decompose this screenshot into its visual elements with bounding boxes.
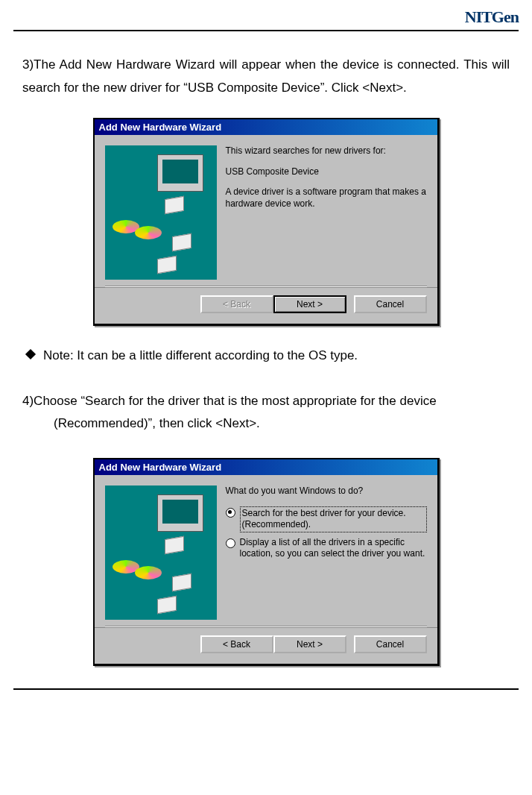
- step4-text: 4)Choose “Search for the driver that is …: [22, 390, 510, 436]
- wizard2-back-button[interactable]: < Back: [200, 635, 273, 653]
- wizard2-window: Add New Hardware Wizard What do you want…: [93, 458, 440, 666]
- wizard1-window: Add New Hardware Wizard This wizard sear…: [93, 118, 440, 326]
- wizard2-option1-label: Search for the best driver for your devi…: [240, 506, 427, 532]
- wizard1-line1: This wizard searches for new drivers for…: [226, 145, 427, 157]
- bullet-icon: [25, 349, 36, 359]
- wizard1-content: This wizard searches for new drivers for…: [226, 145, 427, 280]
- footer-rule: [13, 688, 519, 697]
- wizard1-graphic: [105, 145, 217, 280]
- logo: NITGen: [465, 7, 519, 27]
- note: Note: It can be a little different accor…: [27, 345, 510, 368]
- wizard2-question: What do you want Windows to do?: [226, 486, 427, 497]
- radio-checked-icon: [226, 508, 235, 518]
- wizard2-next-button[interactable]: Next >: [273, 635, 346, 653]
- wizard1-next-button[interactable]: Next >: [273, 295, 346, 313]
- wizard1-back-button[interactable]: < Back: [200, 295, 273, 313]
- wizard2-cancel-button[interactable]: Cancel: [354, 635, 427, 653]
- wizard2-option2[interactable]: Display a list of all the drivers in a s…: [226, 537, 427, 560]
- radio-unchecked-icon: [226, 538, 235, 548]
- step3-text: 3)The Add New Hardware Wizard will appea…: [22, 54, 510, 99]
- wizard2-content: What do you want Windows to do? Search f…: [226, 486, 427, 620]
- wizard2-graphic: [105, 486, 217, 620]
- page-header: NITGen: [13, 7, 519, 31]
- wizard1-titlebar: Add New Hardware Wizard: [95, 119, 437, 135]
- wizard1-line2: A device driver is a software program th…: [226, 186, 427, 210]
- wizard1-device: USB Composite Device: [226, 166, 427, 178]
- wizard2-titlebar: Add New Hardware Wizard: [95, 459, 437, 475]
- wizard1-cancel-button[interactable]: Cancel: [354, 295, 427, 313]
- wizard2-option1[interactable]: Search for the best driver for your devi…: [226, 506, 427, 532]
- wizard2-option2-label: Display a list of all the drivers in a s…: [240, 537, 427, 560]
- note-text: Note: It can be a little different accor…: [43, 348, 358, 362]
